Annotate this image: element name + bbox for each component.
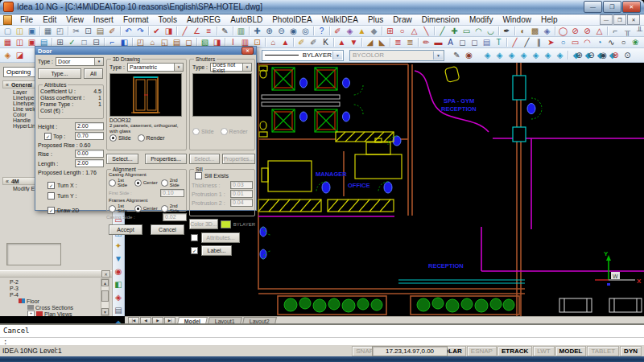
railing2-icon[interactable]: ≣ bbox=[404, 38, 416, 47]
render-scene-icon[interactable]: ◉ bbox=[463, 51, 475, 60]
view-iso-2-icon[interactable]: ◈ bbox=[493, 51, 506, 60]
zoom-out-icon[interactable]: ⊖ bbox=[275, 27, 287, 36]
close-icon[interactable]: ✕ bbox=[242, 47, 254, 55]
cancel-button[interactable]: Cancel bbox=[151, 224, 184, 235]
paste-icon[interactable]: ▤ bbox=[94, 27, 106, 36]
select-button[interactable]: Select... bbox=[106, 154, 138, 164]
text-t-icon[interactable]: T bbox=[493, 38, 505, 47]
save-icon[interactable]: ▣ bbox=[26, 27, 38, 36]
turn-y-checkbox[interactable] bbox=[47, 192, 55, 200]
draw-arc-icon[interactable]: ◠ bbox=[473, 27, 485, 36]
zoom-window-icon[interactable]: ◉ bbox=[597, 51, 609, 60]
draw-cross-icon[interactable]: ✚ bbox=[448, 27, 460, 36]
casing-2nd-side-radio[interactable] bbox=[161, 179, 168, 187]
grid-icon[interactable]: ⊞ bbox=[384, 27, 396, 36]
zoom-in-icon[interactable]: ⊕ bbox=[573, 51, 585, 60]
scroll-thumb[interactable] bbox=[101, 290, 109, 302]
zoom-extents-icon[interactable]: ◎ bbox=[299, 27, 312, 36]
casing-dist-input[interactable]: 0.10 bbox=[160, 189, 184, 197]
type-button[interactable]: Type... bbox=[38, 68, 81, 79]
view-iso-4-icon[interactable]: ◈ bbox=[518, 51, 530, 60]
cut-icon[interactable]: ✂ bbox=[70, 27, 82, 36]
casing-center-radio[interactable] bbox=[134, 179, 142, 187]
view-iso-3-icon[interactable]: ◈ bbox=[506, 51, 518, 60]
properties-button[interactable]: Properties... bbox=[145, 154, 187, 164]
draw-2d-checkbox[interactable]: ✓ bbox=[47, 207, 55, 214]
fill-icon[interactable]: ▩ bbox=[529, 27, 541, 36]
line-red2-icon[interactable]: ╱ bbox=[509, 38, 521, 47]
polygon-icon[interactable]: △ bbox=[408, 27, 420, 36]
door-dialog[interactable]: Door ✕ Type : Door ▼ Type... All Attribu… bbox=[35, 46, 257, 211]
arrow-icon[interactable]: ➤ bbox=[545, 38, 557, 47]
up-red-icon[interactable]: ▲ bbox=[336, 38, 348, 47]
region-icon[interactable]: ◨ bbox=[163, 27, 175, 36]
ellipse-icon[interactable]: ○ bbox=[617, 38, 630, 47]
pan-icon[interactable]: ✚ bbox=[251, 27, 263, 36]
gem-icon[interactable]: ◈ bbox=[541, 27, 553, 36]
scroll-up-icon[interactable]: ▲ bbox=[101, 279, 109, 286]
close-button[interactable]: ✕ bbox=[622, 1, 641, 13]
mdi-minimize-button[interactable]: — bbox=[600, 14, 613, 25]
frame-icon[interactable]: ◻ bbox=[456, 38, 469, 47]
print-icon[interactable]: ▦ bbox=[42, 27, 54, 36]
menu-dimension[interactable]: Dimension bbox=[417, 14, 464, 25]
menu-modify[interactable]: Modify bbox=[464, 14, 497, 25]
sill-exists-checkbox[interactable] bbox=[195, 172, 202, 179]
redo-icon[interactable]: ↷ bbox=[134, 27, 147, 36]
bar-icon[interactable]: ▬ bbox=[432, 38, 444, 47]
view-iso-1-icon[interactable]: ◈ bbox=[481, 51, 493, 60]
linetype-combo[interactable]: BYLAYER ▼ bbox=[262, 50, 344, 61]
scroll-down-icon[interactable]: ▼ bbox=[101, 308, 109, 315]
menu-autoreg[interactable]: AutoREG bbox=[182, 14, 225, 25]
zoom-previous-icon[interactable]: ⊗ bbox=[609, 51, 621, 60]
top-checkbox[interactable]: ✓ bbox=[44, 133, 52, 140]
length-input[interactable]: 2.00 bbox=[75, 159, 104, 167]
status-toggle-model[interactable]: MODEL bbox=[555, 346, 587, 356]
menu-format[interactable]: Format bbox=[118, 14, 154, 25]
menu-photoidea[interactable]: PhotoIDEA bbox=[267, 14, 316, 25]
rise-input[interactable]: 0.00 bbox=[75, 150, 104, 158]
layers-icon[interactable]: ≡ bbox=[203, 27, 215, 36]
zoom-out-icon[interactable]: ⊖ bbox=[585, 51, 597, 60]
drawing3d-type-combo[interactable]: Parametric ▼ bbox=[127, 63, 184, 72]
casing-1st-side-radio[interactable] bbox=[109, 179, 116, 187]
wall-grid-icon[interactable]: ▦ bbox=[2, 38, 14, 47]
ramp-icon[interactable]: ◢ bbox=[364, 38, 376, 47]
check-icon[interactable]: ✔ bbox=[151, 27, 163, 36]
ray-icon[interactable]: ╲ bbox=[420, 27, 432, 36]
display-icon[interactable]: ▥ bbox=[235, 27, 247, 36]
rect-red-icon[interactable]: ▭ bbox=[569, 38, 581, 47]
properties-pen-icon[interactable]: ✎ bbox=[451, 51, 463, 60]
frames-1st-side-radio[interactable] bbox=[109, 205, 116, 212]
menu-tools[interactable]: Tools bbox=[154, 14, 182, 25]
tree-item-p-2[interactable]: P-2 bbox=[0, 278, 100, 285]
tree-item-p-3[interactable]: P-3 bbox=[0, 285, 100, 291]
draw-line-icon[interactable]: ╱ bbox=[436, 27, 448, 36]
hatch-icon[interactable]: ▲ bbox=[356, 27, 368, 36]
rail-top-icon[interactable]: ╥ bbox=[621, 27, 634, 36]
v-layers-icon[interactable]: ▤ bbox=[113, 306, 125, 315]
menu-view[interactable]: View bbox=[61, 14, 89, 25]
down-red-icon[interactable]: ▼ bbox=[348, 38, 360, 47]
triangle-red-icon[interactable]: △ bbox=[593, 27, 605, 36]
frames-dist-input[interactable]: 0.02 bbox=[163, 213, 187, 221]
circle-quarter-icon[interactable]: ◔ bbox=[593, 38, 605, 47]
annotate-icon[interactable]: ✏ bbox=[420, 38, 432, 47]
wall-tool-icon[interactable]: ◈ bbox=[2, 51, 14, 60]
tree-item-p-4[interactable]: P-4 bbox=[0, 291, 100, 298]
menu-insert[interactable]: Insert bbox=[89, 14, 118, 25]
draw-rect-icon[interactable]: ▭ bbox=[460, 27, 473, 36]
door-type-combo[interactable]: Door ▼ bbox=[56, 57, 104, 66]
color-combo[interactable]: BYCOLOR ▼ bbox=[349, 50, 444, 61]
turn-x-checkbox[interactable]: ✓ bbox=[47, 182, 55, 189]
sketch-icon[interactable]: ✐ bbox=[332, 27, 344, 36]
tree-panel-header[interactable]: ✕ bbox=[0, 270, 112, 278]
copy-icon[interactable]: ⊡ bbox=[82, 27, 94, 36]
menu-window[interactable]: Window bbox=[497, 14, 536, 25]
help-icon[interactable]: ? bbox=[316, 27, 328, 36]
view-iso-5-icon[interactable]: ◈ bbox=[530, 51, 542, 60]
draw-arc2-icon[interactable]: ◡ bbox=[485, 27, 497, 36]
v-gem-icon[interactable]: ◈ bbox=[113, 293, 125, 302]
point-icon[interactable]: ◆ bbox=[368, 27, 380, 36]
v-half-icon[interactable]: ◧ bbox=[113, 280, 125, 290]
